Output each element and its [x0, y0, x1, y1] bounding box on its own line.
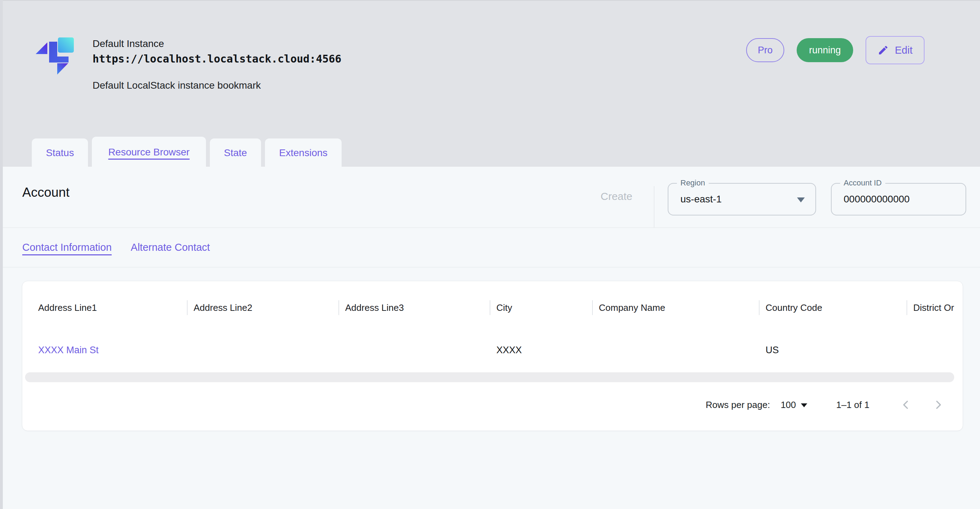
edit-button[interactable]: Edit	[865, 36, 924, 64]
pagination-range: 1–1 of 1	[836, 399, 869, 410]
account-subtabs: Contact Information Alternate Contact	[0, 228, 980, 267]
instance-header: Default Instance https://localhost.local…	[0, 0, 980, 167]
column-header-address-line3: Address Line3	[339, 295, 490, 320]
previous-page-button[interactable]	[900, 399, 912, 411]
account-id-input[interactable]	[844, 194, 957, 205]
tab-extensions[interactable]: Extensions	[265, 138, 342, 167]
instance-url: https://localhost.localstack.cloud:4566	[92, 52, 341, 65]
subtab-contact-information[interactable]: Contact Information	[22, 242, 111, 253]
rows-per-page-label: Rows per page:	[706, 399, 770, 410]
cell-district	[907, 339, 963, 361]
subtab-alternate-contact[interactable]: Alternate Contact	[131, 242, 210, 253]
pencil-icon	[878, 45, 889, 56]
column-header-address-line1: Address Line1	[22, 295, 187, 320]
page-title: Account	[22, 185, 70, 200]
table-row: XXXX Main St XXXX US	[22, 339, 963, 361]
resource-header: Account Create Region us-east-1 Account …	[0, 167, 980, 228]
rows-per-page-value: 100	[781, 399, 796, 410]
resource-browser-panel: Account Create Region us-east-1 Account …	[0, 167, 980, 509]
region-label: Region	[677, 178, 709, 188]
region-value: us-east-1	[668, 194, 722, 205]
column-header-country-code: Country Code	[759, 295, 907, 320]
chevron-right-icon	[932, 407, 944, 412]
table-header-row: Address Line1 Address Line2 Address Line…	[22, 295, 963, 320]
tab-status[interactable]: Status	[32, 138, 88, 167]
instance-title: Default Instance	[92, 38, 341, 49]
rows-per-page-select[interactable]: 100	[781, 399, 807, 410]
header-vertical-divider	[654, 186, 654, 227]
window-left-gutter	[0, 0, 3, 509]
caret-down-icon	[797, 197, 805, 202]
cell-city: XXXX	[490, 339, 592, 361]
cell-address-line2	[187, 339, 339, 361]
cell-company-name	[592, 339, 759, 361]
cell-address-line3	[339, 339, 490, 361]
account-id-field: Account ID	[831, 183, 966, 215]
localstack-logo	[35, 37, 74, 77]
column-header-district: District Or	[907, 295, 963, 320]
region-select[interactable]: Region us-east-1	[668, 183, 816, 215]
tab-state[interactable]: State	[210, 138, 261, 167]
column-header-city: City	[490, 295, 592, 320]
account-id-label: Account ID	[840, 178, 885, 188]
status-badge: running	[797, 38, 853, 62]
pagination-bar: Rows per page: 100 1–1 of 1	[706, 393, 944, 416]
pro-badge: Pro	[746, 38, 784, 62]
edit-button-label: Edit	[895, 45, 913, 56]
column-header-address-line2: Address Line2	[187, 295, 339, 320]
caret-down-icon	[801, 403, 807, 407]
column-header-company-name: Company Name	[592, 295, 759, 320]
contact-information-table-card: Address Line1 Address Line2 Address Line…	[22, 281, 963, 431]
create-button[interactable]: Create	[597, 182, 636, 210]
cell-country-code: US	[759, 339, 907, 361]
chevron-left-icon	[900, 407, 912, 412]
tab-resource-browser[interactable]: Resource Browser	[92, 137, 205, 167]
horizontal-scrollbar[interactable]	[25, 372, 954, 382]
cell-address-line1-link[interactable]: XXXX Main St	[22, 339, 187, 361]
main-tab-bar: Status Resource Browser State Extensions	[32, 137, 342, 167]
instance-subtitle: Default LocalStack instance bookmark	[92, 80, 341, 91]
next-page-button[interactable]	[932, 399, 944, 411]
